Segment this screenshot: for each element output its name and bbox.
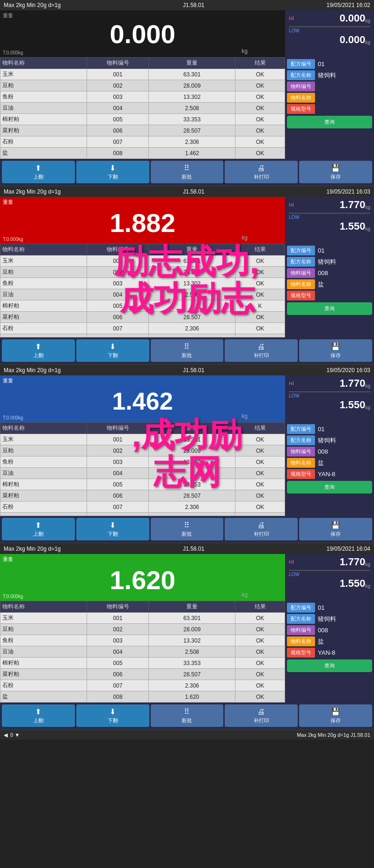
new-batch-btn-3[interactable]: ⠿新批 bbox=[151, 518, 224, 540]
toolbar-2: ⬆上翻 ⬇下翻 ⠿新批 🖨补打印 💾保存 bbox=[0, 337, 374, 364]
model-label-3: 规格型号 bbox=[287, 469, 315, 479]
save-btn-4[interactable]: 💾保存 bbox=[299, 704, 372, 727]
next-btn-2[interactable]: ⬇下翻 bbox=[76, 339, 149, 362]
big-weight-2: 1.882 bbox=[4, 203, 281, 238]
save-icon-3: 💾 bbox=[331, 521, 340, 530]
table-cell: 005 bbox=[87, 114, 149, 125]
table-row: 豆油0042.508OK bbox=[0, 646, 285, 658]
table-row: 菜籽粕00628.507OK bbox=[0, 125, 285, 136]
table-cell: 豆粕 bbox=[0, 624, 87, 635]
material-code-label-3: 物料编号 bbox=[287, 447, 315, 456]
status-right: Max 2kg Min 20g d=1g J1.58.01 bbox=[297, 732, 370, 738]
table-row: 棉籽粕00533.353OK bbox=[0, 658, 285, 669]
up-arrow-icon-1: ⬆ bbox=[35, 164, 41, 172]
panel-2: Max 2kg Min 20g d=1g J1.58.01 19/05/2021… bbox=[0, 187, 374, 365]
next-btn-3[interactable]: ⬇下翻 bbox=[76, 518, 149, 540]
prev-btn-2[interactable]: ⬆上翻 bbox=[2, 339, 75, 362]
prev-btn-3[interactable]: ⬆上翻 bbox=[2, 518, 75, 540]
weight-label-1: 重量 bbox=[3, 12, 13, 19]
info-panel-4: 配方编号01 配方名称猪饲料 物料编号008 物料名称盐 规格型号YAN-8 查… bbox=[285, 601, 374, 703]
bottom-status-bar: ◀ 0 ▼ Max 2kg Min 20g d=1g J1.58.01 bbox=[0, 730, 374, 740]
save-btn-1[interactable]: 💾保存 bbox=[299, 161, 372, 183]
table-cell: 石粉 bbox=[0, 680, 87, 691]
table-left-1: 物料名称 物料编号 重量 结果 玉米00163.301OK豆粕00228.009… bbox=[0, 57, 285, 159]
header-left-2: Max 2kg Min 20g d=1g bbox=[4, 188, 61, 195]
table-cell: 28.507 bbox=[149, 669, 235, 680]
new-batch-btn-1[interactable]: ⠿新批 bbox=[151, 161, 224, 183]
table-cell: 001 bbox=[87, 69, 149, 80]
table-cell: 2.508 bbox=[149, 646, 235, 658]
new-batch-btn-2[interactable]: ⠿新批 bbox=[151, 339, 224, 362]
query-btn-1[interactable]: 查询 bbox=[287, 116, 372, 128]
table-cell: 28.507 bbox=[149, 312, 235, 323]
col-header-result-3: 结果 bbox=[235, 423, 285, 434]
header-right-3: 19/05/2020 16:03 bbox=[327, 367, 370, 374]
table-row: 玉米00163.301OK bbox=[0, 69, 285, 80]
query-btn-3[interactable]: 查询 bbox=[287, 481, 372, 494]
table-cell: 石粉 bbox=[0, 501, 87, 513]
main-display-2: 重量 1.882 T:0.000kg kg HI 1.770 kg LOW 1.… bbox=[0, 197, 374, 244]
header-right-4: 19/05/2021 16:04 bbox=[327, 546, 370, 552]
table-left-2: 物料名称 物料编号 重量 结果 玉米00163.301OK豆粕00228.009… bbox=[0, 244, 285, 337]
table-cell: 003 bbox=[87, 91, 149, 103]
prev-btn-1[interactable]: ⬆上翻 bbox=[2, 161, 75, 183]
table-cell bbox=[87, 513, 149, 516]
material-name-label-1: 物料名称 bbox=[287, 93, 315, 103]
next-btn-4[interactable]: ⬇下翻 bbox=[76, 704, 149, 727]
table-cell: 007 bbox=[87, 136, 149, 148]
save-btn-3[interactable]: 💾保存 bbox=[299, 518, 372, 540]
hi-value-1: 0.000 bbox=[302, 12, 365, 24]
table-row: 盐0081.462OK bbox=[0, 148, 285, 159]
table-cell: OK bbox=[235, 136, 285, 148]
table-row: 石粉0072.306OK bbox=[0, 323, 285, 334]
model-label-1: 规格型号 bbox=[287, 104, 315, 114]
table-cell: 007 bbox=[87, 323, 149, 334]
new-batch-btn-4[interactable]: ⠿新批 bbox=[151, 704, 224, 727]
header-center-2: J1.58.01 bbox=[183, 188, 205, 195]
reprint-btn-2[interactable]: 🖨补打印 bbox=[225, 339, 298, 362]
prev-btn-4[interactable]: ⬆上翻 bbox=[2, 704, 75, 727]
left-display-3: 重量 1.462 T:0.000kg kg bbox=[0, 375, 285, 422]
big-weight-4: 1.620 bbox=[4, 560, 281, 595]
table-cell: 盐 bbox=[0, 691, 87, 703]
recipe-name-label-2: 配方名称 bbox=[287, 257, 315, 267]
recipe-id-label-4: 配方编号 bbox=[287, 603, 315, 613]
table-cell: 001 bbox=[87, 434, 149, 445]
next-btn-1[interactable]: ⬇下翻 bbox=[76, 161, 149, 183]
reprint-btn-1[interactable]: 🖨补打印 bbox=[225, 161, 298, 183]
header-center-4: J1.58.01 bbox=[183, 546, 205, 552]
query-btn-4[interactable]: 查询 bbox=[287, 659, 372, 672]
right-display-2: HI 1.770 kg LOW 1.550 kg bbox=[285, 197, 374, 244]
save-btn-2[interactable]: 💾保存 bbox=[299, 339, 372, 362]
up-arrow-icon-3: ⬆ bbox=[35, 521, 41, 530]
table-cell: OK bbox=[235, 613, 285, 624]
table-cell: 石粉 bbox=[0, 136, 87, 148]
col-header-result-1: 结果 bbox=[235, 58, 285, 69]
data-table-1: 物料名称 物料编号 重量 结果 玉米00163.301OK豆粕00228.009… bbox=[0, 57, 285, 159]
table-cell: 13.302 bbox=[149, 91, 235, 103]
reprint-btn-3[interactable]: 🖨补打印 bbox=[225, 518, 298, 540]
tare-1: T:0.000kg bbox=[3, 50, 23, 55]
table-cell: 28.009 bbox=[149, 445, 235, 456]
hi-unit-1: kg bbox=[365, 18, 370, 23]
table-cell: OK bbox=[235, 267, 285, 278]
info-panel-2: 配方编号01 配方名称猪饲料 物料编号008 物料名称盐 规格型号 查询 bbox=[285, 244, 374, 337]
lo-unit-2: kg bbox=[365, 226, 370, 232]
table-cell: OK bbox=[235, 635, 285, 646]
hi-value-2: 1.770 bbox=[302, 199, 365, 211]
info-panel-3: 配方编号01 配方名称猪饲料 物料编号008 物料名称盐 规格型号YAN-8 查… bbox=[285, 422, 374, 516]
table-cell: 玉米 bbox=[0, 255, 87, 267]
query-btn-2[interactable]: 查询 bbox=[287, 302, 372, 315]
table-cell: OK bbox=[235, 456, 285, 468]
table-cell: 005 bbox=[87, 479, 149, 490]
hi-unit-4: kg bbox=[365, 562, 370, 567]
table-cell: 008 bbox=[87, 691, 149, 703]
reprint-btn-4[interactable]: 🖨补打印 bbox=[225, 704, 298, 727]
toolbar-3: ⬆上翻 ⬇下翻 ⠿新批 🖨补打印 💾保存 bbox=[0, 516, 374, 542]
table-cell: 004 bbox=[87, 103, 149, 114]
table-row: 石粉0072.306OK bbox=[0, 136, 285, 148]
material-name-label-4: 物料名称 bbox=[287, 636, 315, 646]
table-cell: OK bbox=[235, 434, 285, 445]
table-row: 鱼粉00313.302OK bbox=[0, 278, 285, 289]
panel-3: Max 2kg Min 20g d=1g J1.58.01 19/05/2020… bbox=[0, 365, 374, 544]
